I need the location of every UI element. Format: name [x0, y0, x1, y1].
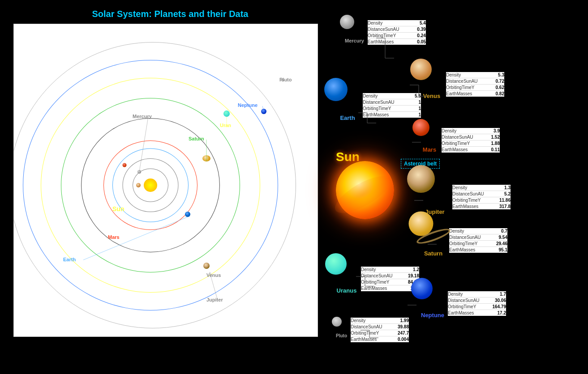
earth-density-val: 5.5 — [403, 94, 421, 98]
mercury-mass-row: EarthMasses0.05 — [368, 39, 426, 45]
uranus-dist-row: DistanceSunAU19.18 — [361, 273, 419, 279]
jupiter-orbit-row: OrbitingTimeY11.86 — [452, 197, 511, 204]
neptune-orbit-val: 164.79 — [488, 304, 506, 309]
venus-mass-row: EarthMasses0.82 — [446, 91, 504, 97]
mars-image — [412, 119, 429, 136]
saturn-density-val: 0.7 — [489, 229, 507, 234]
jupiter-dist-key: DistanceSunAU — [452, 191, 493, 196]
mercury-density-key: Density — [368, 21, 408, 26]
mars-dist-key: DistanceSunAU — [442, 135, 482, 140]
saturn-density-row: Density0.7 — [449, 228, 507, 234]
earth-data: Density5.5 DistanceSunAU1 OrbitingTimeY1… — [363, 93, 421, 118]
jupiter-mass-row: EarthMasses317.8 — [452, 204, 511, 209]
mercury-dist-key: DistanceSunAU — [368, 27, 408, 32]
saturn-mass-row: EarthMasses95.1 — [449, 247, 507, 253]
uranus-dist-key: DistanceSunAU — [361, 273, 401, 278]
venus-orbit-val: 0.62 — [486, 85, 504, 90]
saturn-dist-row: DistanceSunAU9.54 — [449, 234, 507, 241]
neptune-density-row: Density1.7 — [448, 291, 506, 298]
saturn-orbit-val: 29.46 — [489, 241, 507, 246]
mars-density-key: Density — [442, 128, 482, 133]
uranus-mass-key: EarthMasses — [361, 286, 401, 291]
saturn-row: Saturn Density0.7 DistanceSunAU9.54 Orbi… — [421, 224, 507, 257]
uranus-orbit-key: OrbitingTimeY — [361, 280, 401, 285]
jupiter-orbit-key: OrbitingTimeY — [452, 198, 493, 203]
uranus-image — [325, 253, 347, 275]
jupiter-orbit-val: 11.86 — [493, 198, 511, 203]
mars-data: Density3.9 DistanceSunAU1.52 OrbitingTim… — [442, 128, 500, 153]
mercury-density-row: Density5.4 — [368, 20, 426, 26]
mercury-orbit-row: OrbitingTimeY0.24 — [368, 33, 426, 39]
venus-dist-row: DistanceSunAU0.72 — [446, 78, 504, 85]
uranus-row: Uranus Density1.2 DistanceSunAU19.18 Orb… — [336, 264, 419, 294]
venus-mass-key: EarthMasses — [446, 91, 486, 96]
pluto-dist-val: 39.88 — [391, 324, 409, 329]
jupiter-dist-val: 5.2 — [493, 191, 511, 196]
jupiter-image — [407, 165, 435, 193]
saturn-wrapper — [421, 224, 446, 248]
mercury-row: Mercury Density5.4 DistanceSunAU0.39 Orb… — [345, 20, 426, 45]
pluto-density-row: Density1.99 — [351, 318, 409, 324]
uranus-orbit-row: OrbitingTimeY84.01 — [361, 279, 419, 285]
chart-title: Solar System: Planets and their Data — [13, 9, 327, 19]
pluto-mass-val: 0.004 — [391, 337, 409, 342]
diagram-label-jupiter: Jupiter — [206, 297, 223, 302]
venus-data: Density5.3 DistanceSunAU0.72 OrbitingTim… — [446, 72, 504, 97]
mercury-name: Mercury — [345, 38, 364, 43]
neptune-dist-val: 30.06 — [488, 298, 506, 303]
neptune-data: Density1.7 DistanceSunAU30.06 OrbitingTi… — [448, 291, 506, 316]
venus-dot — [136, 183, 141, 187]
uranus-density-key: Density — [361, 267, 401, 272]
venus-orbit-key: OrbitingTimeY — [446, 85, 486, 90]
earth-mass-row: EarthMasses1 — [363, 112, 421, 118]
jupiter-dist-row: DistanceSunAU5.2 — [452, 191, 511, 197]
neptune-density-key: Density — [448, 292, 488, 297]
venus-density-row: Density5.3 — [446, 72, 504, 78]
neptune-mass-val: 17.2 — [488, 310, 506, 315]
mercury-dist-row: DistanceSunAU0.39 — [368, 26, 426, 33]
venus-density-key: Density — [446, 72, 486, 77]
earth-density-key: Density — [363, 94, 403, 98]
mars-name: Mars — [423, 146, 436, 153]
mars-dist-val: 1.52 — [482, 135, 500, 140]
neptune-image — [411, 278, 433, 299]
saturn-orbit-row: OrbitingTimeY29.46 — [449, 241, 507, 247]
mercury-orbit-val: 0.24 — [408, 33, 426, 38]
earth-row: Earth Density5.5 DistanceSunAU1 Orbiting… — [336, 89, 421, 121]
mars-dot — [123, 163, 127, 167]
jupiter-dot — [203, 263, 210, 269]
diagram-label-earth: Earth — [63, 257, 76, 262]
pluto-name: Pluto — [336, 333, 347, 338]
uranus-dot — [223, 110, 230, 117]
sun-diagram — [144, 178, 157, 192]
neptune-dist-row: DistanceSunAU30.06 — [448, 298, 506, 304]
pluto-dist-key: DistanceSunAU — [351, 324, 391, 329]
mercury-dist-val: 0.39 — [408, 27, 426, 32]
earth-dot-diagram — [185, 212, 190, 217]
mars-density-val: 3.9 — [482, 128, 500, 133]
venus-dist-key: DistanceSunAU — [446, 79, 486, 84]
mercury-density-val: 5.4 — [408, 21, 426, 26]
venus-density-val: 5.3 — [486, 72, 504, 77]
pluto-density-val: 1.99 — [391, 318, 409, 323]
pluto-dist-row: DistanceSunAU39.88 — [351, 324, 409, 330]
saturn-dist-val: 9.54 — [489, 235, 507, 240]
diagram-label-venus: Venus — [206, 272, 221, 278]
jupiter-data: Density1.3 DistanceSunAU5.2 OrbitingTime… — [452, 185, 511, 209]
jupiter-mass-key: EarthMasses — [452, 204, 493, 209]
mars-orbit-row: OrbitingTimeY1.88 — [442, 140, 500, 147]
jupiter-row: Jupiter Density1.3 DistanceSunAU5.2 Orbi… — [421, 179, 511, 215]
earth-image — [324, 78, 348, 101]
earth-orbit-row: OrbitingTimeY1 — [363, 106, 421, 112]
neptune-density-val: 1.7 — [488, 292, 506, 297]
mercury-orbit-key: OrbitingTimeY — [368, 33, 408, 38]
saturn-name: Saturn — [424, 250, 442, 257]
earth-dist-key: DistanceSunAU — [363, 100, 403, 105]
pluto-row: Pluto Density1.99 DistanceSunAU39.88 Orb… — [336, 318, 409, 342]
pluto-orbit-val: 247.7 — [391, 331, 409, 336]
earth-dist-val: 1 — [403, 100, 421, 105]
mars-dist-row: DistanceSunAU1.52 — [442, 134, 500, 140]
sun-image — [336, 161, 394, 219]
diagram-box: Mercury Neptune Uran Saturn Sun Mars Ear… — [13, 24, 318, 337]
venus-row: Venus Density5.3 DistanceSunAU0.72 Orbit… — [421, 69, 504, 99]
